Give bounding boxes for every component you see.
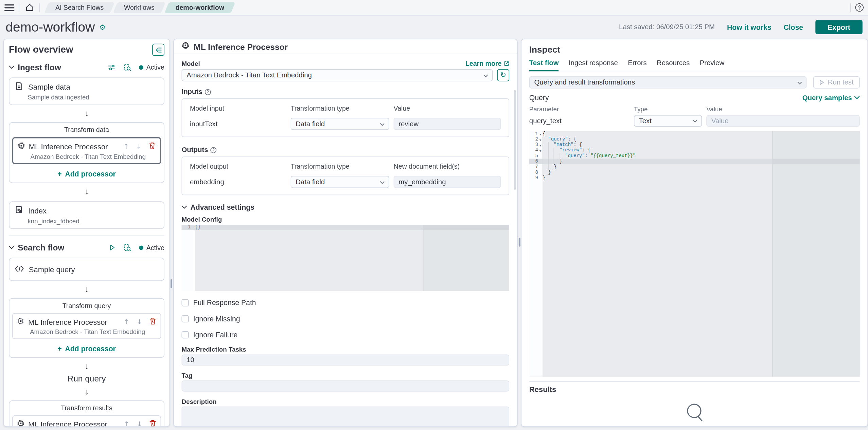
checkbox-icon[interactable] bbox=[181, 331, 189, 338]
processor-title: ML Inference Processor bbox=[29, 143, 108, 151]
output-value-field[interactable] bbox=[394, 176, 501, 188]
tab-resources[interactable]: Resources bbox=[657, 59, 690, 71]
how-it-works-link[interactable]: How it works bbox=[727, 23, 772, 31]
inputs-panel: Model input Transformation type Value in… bbox=[181, 98, 509, 137]
model-config-editor[interactable]: 1 {} bbox=[181, 225, 509, 291]
breadcrumb-ai-search-flows[interactable]: AI Search Flows bbox=[44, 2, 115, 13]
workflow-settings-gear-icon[interactable]: ⚙ bbox=[99, 23, 106, 31]
outputs-col-new-document-fields: New document field(s) bbox=[394, 163, 501, 170]
tab-ingest-response[interactable]: Ingest response bbox=[569, 59, 618, 71]
panel-resize-handle[interactable] bbox=[170, 279, 172, 288]
full-response-path-checkbox[interactable]: Full Response Path bbox=[181, 299, 509, 307]
ml-inference-processor-card-ingest[interactable]: ML Inference Processor ↑ ↓ Amazon Bedroc… bbox=[12, 137, 161, 164]
max-prediction-tasks-field[interactable] bbox=[181, 355, 509, 366]
breadcrumb-demo-workflow[interactable]: demo-workflow bbox=[164, 2, 235, 13]
checkbox-icon[interactable] bbox=[181, 299, 189, 306]
description-field[interactable] bbox=[181, 407, 509, 427]
run-search-play-icon[interactable] bbox=[109, 244, 116, 251]
tag-field[interactable] bbox=[181, 380, 509, 392]
ml-inference-processor-card-results[interactable]: ML Inference Processor ↑ ↓ Amazon Bedroc… bbox=[12, 415, 161, 427]
index-title: Index bbox=[28, 207, 47, 215]
close-link[interactable]: Close bbox=[783, 23, 803, 31]
transform-data-label: Transform data bbox=[12, 126, 161, 134]
tab-test-flow[interactable]: Test flow bbox=[529, 59, 559, 71]
add-processor-button-query[interactable]: + Add processor bbox=[12, 344, 161, 353]
ml-inference-processor-card-query[interactable]: ML Inference Processor ↑ ↓ Amazon Bedroc… bbox=[12, 313, 161, 339]
move-up-icon[interactable]: ↑ bbox=[124, 420, 129, 427]
tab-preview[interactable]: Preview bbox=[700, 59, 724, 71]
move-down-icon[interactable]: ↓ bbox=[136, 143, 142, 150]
inputs-help-icon[interactable]: ? bbox=[205, 89, 211, 95]
sample-data-title: Sample data bbox=[28, 83, 70, 91]
plus-icon: + bbox=[57, 344, 61, 353]
chevron-down-icon bbox=[797, 81, 802, 85]
results-divider bbox=[529, 381, 860, 382]
help-icon[interactable]: ? bbox=[855, 3, 864, 12]
page-title: demo-workflow bbox=[5, 19, 95, 35]
index-card[interactable]: Index knn_index_fdbced bbox=[9, 201, 164, 229]
advanced-settings-toggle[interactable]: Advanced settings bbox=[181, 203, 509, 211]
param-col-parameter: Parameter bbox=[529, 106, 630, 112]
scrollbar-thumb[interactable] bbox=[514, 90, 516, 190]
editor-gutter: 1 bbox=[181, 225, 195, 291]
export-button[interactable]: Export bbox=[815, 20, 863, 34]
ingest-settings-sliders-icon[interactable] bbox=[108, 63, 116, 71]
refresh-models-button[interactable]: ↻ bbox=[497, 69, 509, 81]
move-down-icon[interactable]: ↓ bbox=[137, 318, 142, 326]
sample-data-card[interactable]: Sample data Sample data ingested bbox=[9, 77, 164, 105]
editor-content[interactable]: {"query": {"match": {"review": {"query":… bbox=[543, 131, 860, 376]
query-samples-link[interactable]: Query samples bbox=[802, 94, 860, 101]
search-flow-chevron-down-icon[interactable] bbox=[9, 245, 14, 249]
ingest-inspect-icon[interactable] bbox=[124, 63, 131, 71]
query-parameter-row: query_text Text bbox=[529, 115, 860, 127]
ignore-missing-checkbox[interactable]: Ignore Missing bbox=[181, 315, 509, 323]
ingest-flow-chevron-down-icon[interactable] bbox=[9, 65, 14, 69]
flow-arrow-down-icon: ↓ bbox=[9, 108, 164, 118]
processor-subtitle: Amazon Bedrock - Titan Text Embedding bbox=[31, 153, 156, 160]
sample-query-card[interactable]: Sample query bbox=[9, 258, 164, 281]
editor-content[interactable]: {} bbox=[195, 225, 510, 291]
input-value-field[interactable] bbox=[394, 118, 501, 130]
run-test-button[interactable]: Run test bbox=[813, 76, 860, 89]
query-editor[interactable]: 1▾2▾3▾4▾56789 {"query": {"match": {"revi… bbox=[529, 131, 860, 376]
tab-errors[interactable]: Errors bbox=[628, 59, 646, 71]
parameter-value-field[interactable] bbox=[706, 115, 860, 127]
breadcrumb-workflows[interactable]: Workflows bbox=[113, 2, 166, 13]
inputs-col-value: Value bbox=[394, 105, 501, 112]
transformations-select[interactable]: Query and result transformations bbox=[529, 76, 807, 89]
processor-subtitle: Amazon Bedrock - Titan Text Embedding bbox=[30, 329, 156, 335]
search-inspect-icon[interactable] bbox=[124, 244, 131, 251]
app-window: AI Search Flows Workflows demo-workflow … bbox=[0, 0, 868, 430]
model-select[interactable]: Amazon Bedrock - Titan Text Embedding bbox=[181, 69, 493, 81]
menu-icon[interactable] bbox=[4, 4, 14, 11]
ignore-failure-checkbox[interactable]: Ignore Failure bbox=[181, 331, 509, 339]
delete-trash-icon[interactable] bbox=[149, 419, 156, 427]
delete-trash-icon[interactable] bbox=[149, 142, 156, 151]
parameter-type-select[interactable]: Text bbox=[634, 115, 702, 127]
outputs-panel: Model output Transformation type New doc… bbox=[181, 156, 509, 195]
move-up-icon[interactable]: ↑ bbox=[124, 318, 129, 326]
sample-query-title: Sample query bbox=[29, 265, 75, 273]
inputs-label: Inputs bbox=[181, 88, 202, 96]
print-margin bbox=[423, 225, 510, 291]
inspect-panel: Inspect Test flow Ingest response Errors… bbox=[521, 39, 868, 427]
print-margin bbox=[773, 131, 860, 376]
inputs-col-transformation-type: Transformation type bbox=[290, 105, 389, 112]
flow-arrow-down-icon: ↓ bbox=[9, 387, 164, 396]
outputs-help-icon[interactable]: ? bbox=[210, 147, 216, 153]
move-up-icon[interactable]: ↑ bbox=[123, 143, 129, 150]
home-icon[interactable] bbox=[24, 2, 35, 13]
panel-resize-handle[interactable] bbox=[518, 238, 520, 247]
learn-more-link[interactable]: Learn more bbox=[465, 60, 509, 68]
processor-title: ML Inference Processor bbox=[28, 318, 107, 326]
checkbox-icon[interactable] bbox=[181, 315, 189, 322]
chip-icon bbox=[18, 142, 25, 151]
chevron-down-icon bbox=[181, 205, 187, 209]
move-down-icon[interactable]: ↓ bbox=[137, 420, 142, 427]
parameter-name: query_text bbox=[529, 117, 630, 125]
add-processor-button-ingest[interactable]: + Add processor bbox=[12, 170, 161, 178]
input-transformation-type-select[interactable]: Data field bbox=[290, 118, 389, 130]
collapse-panel-icon[interactable] bbox=[152, 44, 164, 56]
output-transformation-type-select[interactable]: Data field bbox=[290, 176, 389, 188]
delete-trash-icon[interactable] bbox=[149, 317, 156, 327]
